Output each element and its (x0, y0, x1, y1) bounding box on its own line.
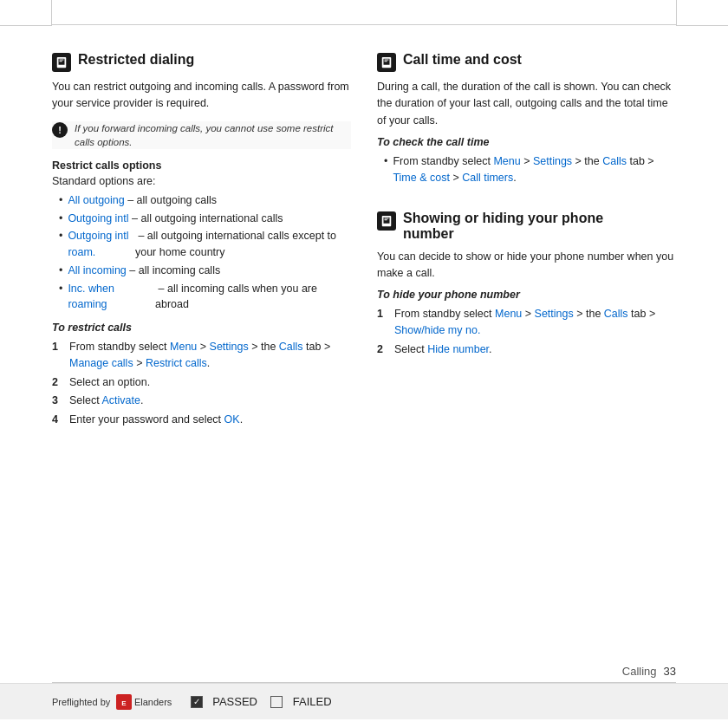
calls-link-r2: Calls (604, 308, 628, 320)
step-num-3: 3 (52, 393, 64, 409)
option-text-3: – all outgoing international calls excep… (135, 228, 351, 261)
call-time-svg (380, 56, 393, 68)
footer: Preflighted by E Elanders ✓ PASSED FAILE… (0, 683, 728, 719)
content-area: Restricted dialing You can restrict outg… (52, 52, 676, 667)
page: Calling 33 Restricted dialing You can re… (0, 0, 728, 728)
option-text-1: – all outgoing calls (125, 192, 217, 209)
call-time-intro: During a call, the duration of the call … (377, 79, 676, 129)
note-box: ! If you forward incoming calls, you can… (52, 121, 351, 149)
show-hide-svg (380, 215, 393, 227)
call-timers-link: Call timers (462, 172, 513, 184)
passed-area: ✓ PASSED FAILED (180, 695, 331, 708)
restricted-dialing-intro: You can restrict outgoing and incoming c… (52, 79, 351, 113)
standard-options-label: Standard options are: (52, 175, 351, 187)
show-hide-title-line1: Showing or hiding your phone (403, 211, 603, 225)
list-item: All incoming – all incoming calls (59, 263, 351, 279)
list-item: All outgoing – all outgoing calls (59, 192, 351, 209)
show-hide-title: Showing or hiding your phone number (403, 211, 603, 242)
warning-icon: ! (52, 122, 68, 138)
hide-step-num-1: 1 (377, 306, 389, 322)
corner-mark-tr (676, 0, 728, 26)
option-link-1: All outgoing (68, 192, 124, 209)
list-item: 3 Select Activate. (52, 393, 351, 409)
list-item: 2 Select Hide number. (377, 341, 676, 358)
hide-number-link: Hide number (427, 343, 489, 355)
calls-link-r1: Calls (602, 155, 627, 167)
time-cost-link: Time & cost (393, 172, 450, 184)
list-item: Outgoing intl – all outgoing internation… (59, 211, 351, 227)
show-hide-title-line2: number (403, 226, 454, 241)
option-link-2: Outgoing intl (68, 211, 128, 227)
warning-symbol: ! (58, 125, 62, 135)
list-item: 2 Select an option. (52, 374, 351, 391)
restrict-calls-options-title: Restrict calls options (52, 159, 351, 172)
restrict-calls-steps: 1 From standby select Menu > Settings > … (52, 339, 351, 428)
restrict-calls-steps-title: To restrict calls (52, 322, 351, 334)
svg-text:E: E (121, 699, 127, 707)
check-time-step-text: From standby select Menu > Settings > th… (393, 153, 676, 186)
step-num-1: 1 (52, 339, 64, 355)
top-border (52, 24, 676, 25)
show-hide-section: Showing or hiding your phone number You … (377, 211, 676, 358)
passed-label: PASSED (212, 695, 257, 708)
failed-label: FAILED (293, 695, 332, 708)
check-call-time-steps: From standby select Menu > Settings > th… (384, 153, 676, 186)
show-hide-icon (377, 211, 396, 231)
show-hide-body: You can decide to show or hide your phon… (377, 249, 676, 283)
phone-restrict-icon (52, 53, 71, 72)
check-call-time-title: To check the call time (377, 136, 676, 148)
hide-step-1-text: From standby select Menu > Settings > th… (394, 306, 676, 339)
note-text: If you forward incoming calls, you canno… (75, 121, 351, 149)
settings-link-r2: Settings (535, 308, 574, 320)
option-text-5: – all incoming calls when you are abroad (155, 281, 351, 314)
step-num-2: 2 (52, 374, 64, 391)
calls-link-1: Calls (279, 341, 303, 353)
step-2-text: Select an option. (69, 374, 150, 391)
option-link-4: All incoming (68, 263, 126, 279)
ok-link: OK (224, 413, 240, 426)
menu-link-1: Menu (170, 341, 197, 353)
right-column: Call time and cost During a call, the du… (377, 52, 676, 667)
list-item: From standby select Menu > Settings > th… (384, 153, 676, 186)
hide-number-steps: 1 From standby select Menu > Settings > … (377, 306, 676, 357)
step-4-text: Enter your password and select OK. (69, 412, 243, 428)
hide-number-steps-title: To hide your phone number (377, 289, 676, 301)
list-item: 1 From standby select Menu > Settings > … (377, 306, 676, 339)
show-hide-my-no-link: Show/hide my no. (394, 324, 480, 336)
show-hide-intro: You can decide to show or hide your phon… (377, 249, 676, 283)
option-link-3: Outgoing intl roam. (68, 228, 135, 261)
option-text-4: – all incoming calls (127, 263, 220, 279)
elanders-label: Elanders (134, 697, 172, 707)
show-hide-header: Showing or hiding your phone number (377, 211, 676, 242)
list-item: Inc. when roaming – all incoming calls w… (59, 281, 351, 314)
menu-link-r2: Menu (495, 308, 522, 320)
step-num-4: 4 (52, 412, 64, 428)
menu-link-r1: Menu (493, 155, 520, 167)
manage-calls-link: Manage calls (69, 357, 133, 369)
corner-mark-tl (0, 0, 52, 26)
call-time-header: Call time and cost (377, 52, 676, 72)
activate-link: Activate (102, 394, 140, 406)
settings-link-1: Settings (210, 341, 249, 353)
option-link-5: Inc. when roaming (68, 281, 155, 314)
restricted-dialing-body: You can restrict outgoing and incoming c… (52, 79, 351, 113)
step-3-text: Select Activate. (69, 393, 143, 409)
options-list: All outgoing – all outgoing calls Outgoi… (59, 192, 351, 313)
option-text-2: – all outgoing international calls (129, 211, 283, 227)
step-1-text: From standby select Menu > Settings > th… (69, 339, 351, 372)
call-time-body: During a call, the duration of the call … (377, 79, 676, 129)
list-item: 4 Enter your password and select OK. (52, 412, 351, 428)
restricted-dialing-title: Restricted dialing (78, 52, 194, 68)
settings-link-r1: Settings (533, 155, 572, 167)
call-time-title: Call time and cost (403, 52, 522, 68)
list-item: 1 From standby select Menu > Settings > … (52, 339, 351, 372)
restrict-calls-link: Restrict calls (146, 357, 207, 369)
hide-step-num-2: 2 (377, 341, 389, 358)
restricted-dialing-header: Restricted dialing (52, 52, 351, 72)
passed-checkbox: ✓ (191, 696, 203, 708)
preflighted-by-label: Preflighted by (52, 697, 110, 707)
phone-icon-svg (55, 56, 68, 68)
left-column: Restricted dialing You can restrict outg… (52, 52, 351, 667)
elanders-logo-icon: E (116, 694, 132, 710)
hide-step-2-text: Select Hide number. (394, 341, 492, 358)
